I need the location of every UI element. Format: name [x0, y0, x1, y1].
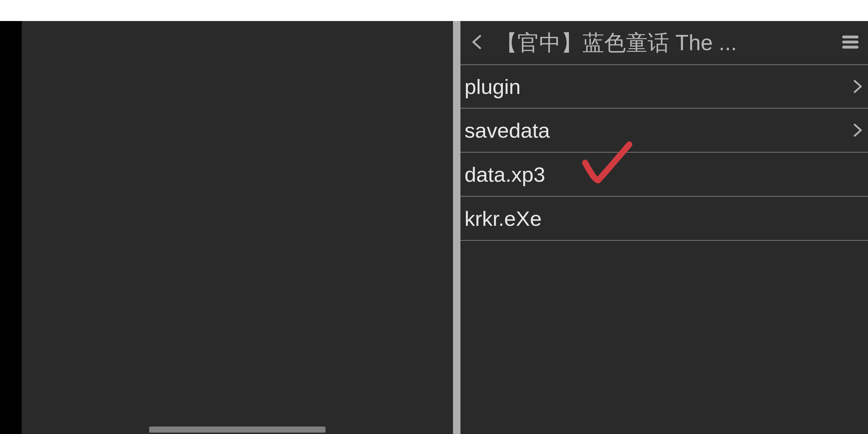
folder-title: 【官中】蓝色童话 The ... [496, 28, 833, 58]
file-row-krkr-exe[interactable]: krkr.eXe [460, 197, 868, 241]
folder-row-savedata[interactable]: savedata [460, 108, 868, 153]
svg-rect-2 [842, 46, 859, 49]
svg-rect-1 [842, 41, 859, 44]
top-margin [0, 0, 868, 21]
menu-button[interactable] [841, 21, 861, 64]
folder-label: plugin [465, 75, 520, 99]
chevron-right-icon [849, 122, 865, 138]
back-button[interactable] [467, 21, 488, 64]
preview-panel [22, 21, 453, 434]
left-letterbox [0, 21, 22, 434]
horizontal-scrollbar[interactable] [149, 427, 326, 433]
chevron-left-icon [469, 34, 486, 52]
file-list: plugin savedata data.xp3 [460, 64, 868, 241]
svg-rect-0 [842, 36, 859, 39]
hamburger-icon [841, 32, 860, 53]
file-browser-panel: 【官中】蓝色童话 The ... plugin [460, 21, 868, 434]
app-window: 【官中】蓝色童话 The ... plugin [0, 0, 868, 434]
app-body: 【官中】蓝色童话 The ... plugin [0, 21, 868, 434]
panel-splitter[interactable] [453, 21, 460, 434]
file-label: data.xp3 [465, 162, 545, 186]
file-row-data-xp3[interactable]: data.xp3 [460, 153, 868, 197]
folder-label: savedata [465, 118, 550, 142]
titlebar: 【官中】蓝色童话 The ... [460, 21, 868, 64]
chevron-right-icon [849, 78, 865, 95]
file-label: krkr.eXe [465, 206, 541, 231]
folder-row-plugin[interactable]: plugin [460, 64, 868, 108]
